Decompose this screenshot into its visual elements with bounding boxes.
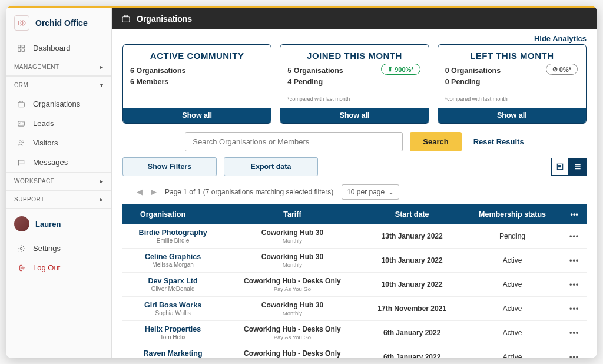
tariff-period: Monthly (228, 310, 356, 316)
sidebar-item-logout[interactable]: Log Out (6, 258, 111, 277)
row-actions-button[interactable]: ••• (562, 224, 587, 249)
cancel-icon: ⊘ (552, 65, 558, 73)
prev-page-button[interactable]: ◀ (137, 187, 143, 196)
hide-analytics-link[interactable]: Hide Analytics (112, 29, 597, 44)
start-date: 10th January 2022 (362, 248, 463, 272)
sidebar-item-settings[interactable]: Settings (6, 239, 111, 258)
svg-rect-14 (558, 165, 561, 167)
sidebar-item-organisations[interactable]: Organisations (6, 94, 111, 114)
card-title: ACTIVE COMMUNITY (130, 51, 264, 61)
row-actions-button[interactable]: ••• (562, 272, 587, 296)
search-input[interactable] (185, 132, 403, 151)
org-name[interactable]: Helix Properties (127, 325, 218, 333)
chevron-right-icon: ▸ (100, 196, 104, 203)
card-stat: 0 Pending (445, 77, 579, 88)
brand-name: Orchid Office (35, 18, 88, 28)
svg-rect-3 (22, 45, 24, 47)
chevron-right-icon: ▸ (100, 178, 104, 184)
row-actions-button[interactable]: ••• (562, 296, 587, 320)
user-block[interactable]: Lauren (6, 209, 111, 239)
row-actions-button[interactable]: ••• (562, 345, 587, 358)
brand-block: Orchid Office (6, 8, 111, 38)
gear-icon (16, 244, 26, 253)
org-name[interactable]: Dev Sparx Ltd (127, 277, 218, 285)
th-actions[interactable]: ••• (562, 204, 587, 224)
sidebar-item-label: Messages (33, 158, 68, 167)
th-tariff[interactable]: Tariff (223, 204, 361, 224)
th-start-date[interactable]: Start date (362, 204, 463, 224)
sidebar-section-management[interactable]: MANAGEMENT ▸ (6, 58, 111, 76)
brand-icon (14, 15, 29, 31)
sidebar-section-workspace[interactable]: WORKSPACE ▸ (6, 172, 111, 190)
card-stat: 6 Members (130, 77, 264, 88)
membership-status: Active (463, 345, 562, 358)
svg-point-9 (19, 140, 22, 143)
table-row[interactable]: Birdie PhotographyEmilie BirdieCoworking… (122, 224, 587, 249)
sidebar-item-label: Settings (33, 244, 61, 253)
table-row[interactable]: Helix PropertiesTom HelixCoworking Hub -… (122, 320, 587, 345)
sidebar-section-crm[interactable]: CRM ▾ (6, 76, 111, 94)
svg-point-11 (20, 247, 22, 250)
id-icon (16, 120, 26, 128)
search-row: Search Reset Results (112, 124, 597, 157)
row-actions-button[interactable]: ••• (562, 248, 587, 272)
export-data-button[interactable]: Export data (224, 157, 318, 176)
show-all-button[interactable]: Show all (280, 108, 428, 123)
view-card-button[interactable] (551, 158, 569, 176)
avatar (14, 216, 29, 231)
sidebar-item-visitors[interactable]: Visitors (6, 133, 111, 153)
trend-badge: ⊘ 0%* (546, 64, 578, 75)
user-name: Lauren (35, 220, 61, 229)
show-filters-button[interactable]: Show Filters (122, 157, 217, 176)
table-wrap: Organisation Tariff Start date Membershi… (112, 204, 597, 359)
svg-point-8 (19, 123, 21, 124)
tariff-period: Pay As You Go (228, 358, 356, 359)
pager-text: Page 1 of 1 (7 organisations matching se… (165, 188, 333, 196)
next-page-button[interactable]: ▶ (151, 187, 157, 196)
org-name[interactable]: Girl Boss Works (127, 301, 218, 309)
view-list-button[interactable] (569, 158, 587, 176)
svg-rect-5 (22, 49, 24, 51)
org-name[interactable]: Raven Marketing (127, 349, 218, 358)
sidebar-item-messages[interactable]: Messages (6, 153, 111, 172)
sidebar-section-support[interactable]: SUPPORT ▸ (6, 190, 111, 209)
svg-rect-12 (122, 17, 130, 22)
th-organisation[interactable]: Organisation (122, 204, 223, 224)
card-title: LEFT THIS MONTH (445, 51, 579, 61)
search-button[interactable]: Search (410, 132, 461, 151)
membership-status: Active (463, 248, 562, 272)
reset-results-link[interactable]: Reset Results (473, 137, 524, 146)
org-contact: Tom Helix (127, 334, 218, 340)
table-row[interactable]: Girl Boss WorksSophia WallisCoworking Hu… (122, 296, 587, 320)
row-actions-button[interactable]: ••• (562, 320, 587, 345)
card-view-icon (556, 163, 564, 171)
sidebar-item-leads[interactable]: Leads (6, 114, 111, 133)
sidebar-item-dashboard[interactable]: Dashboard (6, 38, 111, 58)
content-area: Organisations Hide Analytics ACTIVE COMM… (112, 8, 597, 358)
per-page-label: 10 per page (347, 188, 385, 196)
table-row[interactable]: Dev Sparx LtdOliver McDonaldCoworking Hu… (122, 272, 587, 296)
badge-value: 900%* (395, 66, 413, 73)
section-label: CRM (14, 82, 28, 88)
page-header: Organisations (112, 8, 597, 29)
briefcase-icon (16, 100, 26, 108)
per-page-select[interactable]: 10 per page ⌄ (342, 184, 399, 200)
org-name[interactable]: Celine Graphics (127, 253, 218, 261)
show-all-button[interactable]: Show all (123, 108, 271, 123)
org-contact: Oliver McDonald (127, 286, 218, 292)
org-name[interactable]: Birdie Photography (127, 229, 218, 237)
svg-rect-4 (18, 49, 21, 51)
app-window: Orchid Office Dashboard MANAGEMENT ▸ CRM… (6, 6, 597, 358)
organisations-table: Organisation Tariff Start date Membershi… (122, 204, 587, 359)
section-label: MANAGEMENT (14, 64, 59, 70)
table-row[interactable]: Celine GraphicsMelissa MorganCoworking H… (122, 248, 587, 272)
sidebar-item-label: Organisations (33, 100, 80, 108)
table-row[interactable]: Raven MarketingRowena RavenCoworking Hub… (122, 345, 587, 358)
card-note: *compared with last month (287, 96, 421, 102)
briefcase-icon (121, 14, 131, 24)
users-icon (16, 139, 26, 147)
card-left-month: LEFT THIS MONTH 0 Organisations 0 Pendin… (438, 44, 587, 124)
th-membership-status[interactable]: Membership status (463, 204, 562, 224)
show-all-button[interactable]: Show all (438, 108, 586, 123)
tariff-name: Coworking Hub 30 (228, 301, 356, 309)
